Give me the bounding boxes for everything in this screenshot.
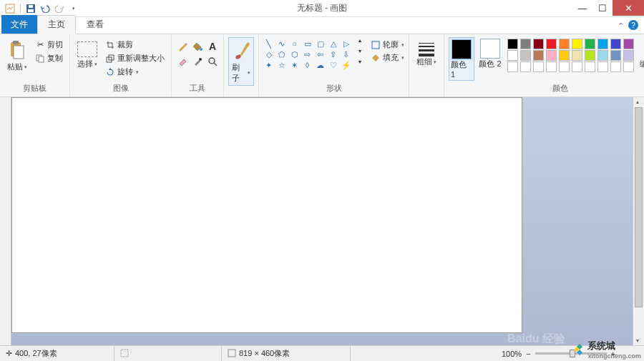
shape-callout-icon[interactable]: ◊ bbox=[302, 60, 313, 70]
color-swatch-28[interactable] bbox=[610, 61, 621, 72]
color-swatch-5[interactable] bbox=[572, 39, 582, 49]
eraser-icon[interactable] bbox=[176, 55, 189, 68]
size-button[interactable]: 粗细▾ bbox=[414, 37, 439, 69]
canvas-viewport[interactable] bbox=[11, 97, 633, 345]
color-swatch-17[interactable] bbox=[597, 50, 608, 61]
redo-icon[interactable] bbox=[54, 3, 65, 14]
shape-rect-icon[interactable]: ▭ bbox=[302, 39, 313, 49]
shape-arrow-l-icon[interactable]: ⇦ bbox=[315, 49, 326, 59]
color-swatch-12[interactable] bbox=[533, 50, 544, 61]
color-swatch-23[interactable] bbox=[546, 61, 557, 72]
scroll-up-icon[interactable]: ▴ bbox=[636, 99, 639, 105]
fill-icon[interactable] bbox=[191, 40, 204, 53]
text-icon[interactable]: A bbox=[206, 40, 219, 53]
cut-button[interactable]: ✂剪切 bbox=[33, 39, 65, 51]
canvas[interactable] bbox=[11, 97, 522, 333]
edit-colors-button[interactable]: 编辑颜色 bbox=[640, 37, 644, 69]
magnifier-icon[interactable] bbox=[206, 55, 219, 68]
shape-star6-icon[interactable]: ✶ bbox=[289, 60, 301, 70]
watermark-logo-icon bbox=[573, 343, 586, 356]
shape-heart-icon[interactable]: ♡ bbox=[328, 60, 339, 70]
color-swatch-7[interactable] bbox=[597, 39, 608, 49]
collapse-ribbon-icon[interactable]: ⌃ bbox=[618, 21, 624, 31]
watermark: 系统城xitongcheng.com bbox=[573, 340, 641, 360]
shapes-more-icon[interactable]: ▾ bbox=[358, 59, 361, 65]
pencil-icon[interactable] bbox=[176, 40, 189, 53]
color-swatch-0[interactable] bbox=[507, 39, 518, 49]
shapes-gallery[interactable]: ╲ ∿ ○ ▭ ▢ △ ▷ ◇ ⬠ ⬡ ⇨ ⇦ ⇧ ⇩ ✦ ☆ ✶ ◊ ☁ ♡ bbox=[262, 37, 354, 71]
color-swatch-1[interactable] bbox=[520, 39, 531, 49]
shape-star5-icon[interactable]: ☆ bbox=[276, 60, 288, 70]
color-swatch-14[interactable] bbox=[559, 50, 570, 61]
zoom-out-button[interactable]: − bbox=[526, 350, 530, 358]
shape-polygon-icon[interactable]: △ bbox=[328, 39, 339, 49]
color-swatch-10[interactable] bbox=[507, 50, 518, 61]
color-swatch-13[interactable] bbox=[546, 50, 557, 61]
color-swatch-6[interactable] bbox=[585, 39, 595, 49]
tab-home[interactable]: 主页 bbox=[37, 15, 76, 34]
svg-rect-5 bbox=[14, 46, 24, 59]
resize-button[interactable]: 重新调整大小 bbox=[103, 52, 167, 64]
select-icon bbox=[77, 41, 97, 57]
color-swatch-16[interactable] bbox=[585, 50, 595, 61]
color-swatch-9[interactable] bbox=[623, 39, 634, 49]
scroll-thumb[interactable] bbox=[635, 107, 643, 307]
color-swatch-24[interactable] bbox=[559, 61, 570, 72]
shape-oval-icon[interactable]: ○ bbox=[289, 39, 301, 49]
shape-line-icon[interactable]: ╲ bbox=[263, 39, 275, 49]
minimize-button[interactable]: — bbox=[572, 0, 592, 16]
shape-fill-button[interactable]: 填充▾ bbox=[369, 51, 406, 64]
maximize-button[interactable]: ☐ bbox=[592, 0, 613, 16]
brushes-button[interactable]: 刷子▾ bbox=[228, 37, 254, 86]
select-button[interactable]: 选择▾ bbox=[74, 37, 100, 71]
rotate-icon bbox=[105, 67, 115, 77]
shape-roundrect-icon[interactable]: ▢ bbox=[315, 39, 326, 49]
shape-hexagon-icon[interactable]: ⬡ bbox=[289, 49, 301, 59]
color-swatch-4[interactable] bbox=[559, 39, 570, 49]
color-swatch-19[interactable] bbox=[623, 50, 634, 61]
svg-rect-14 bbox=[372, 41, 379, 49]
shapes-scroll-up-icon[interactable]: ▴ bbox=[358, 37, 361, 44]
shape-arrow-r-icon[interactable]: ⇨ bbox=[302, 49, 313, 59]
shape-cloud-icon[interactable]: ☁ bbox=[315, 60, 326, 70]
shape-lightning-icon[interactable]: ⚡ bbox=[341, 60, 352, 70]
color-picker-icon[interactable] bbox=[191, 55, 204, 68]
color-swatch-22[interactable] bbox=[533, 61, 544, 72]
color-swatch-20[interactable] bbox=[507, 61, 518, 72]
color1-button[interactable]: 颜色 1 bbox=[449, 37, 474, 81]
color-swatch-8[interactable] bbox=[610, 39, 621, 49]
help-icon[interactable]: ? bbox=[628, 20, 638, 30]
color-swatch-21[interactable] bbox=[520, 61, 531, 72]
shape-arrow-u-icon[interactable]: ⇧ bbox=[328, 49, 339, 59]
shape-triangle-icon[interactable]: ▷ bbox=[341, 39, 352, 49]
shape-diamond-icon[interactable]: ◇ bbox=[263, 49, 275, 59]
color-swatch-26[interactable] bbox=[585, 61, 595, 72]
rotate-button[interactable]: 旋转▾ bbox=[103, 66, 167, 78]
shapes-scroll-down-icon[interactable]: ▾ bbox=[358, 48, 361, 54]
close-button[interactable]: ✕ bbox=[613, 0, 644, 16]
color-swatch-25[interactable] bbox=[572, 61, 582, 72]
shape-star4-icon[interactable]: ✦ bbox=[263, 60, 275, 70]
tab-view[interactable]: 查看 bbox=[76, 15, 114, 34]
save-icon[interactable] bbox=[25, 3, 36, 14]
qat-dropdown-icon[interactable]: ▾ bbox=[68, 3, 79, 14]
crop-button[interactable]: 裁剪 bbox=[103, 39, 167, 51]
tab-file[interactable]: 文件 bbox=[1, 15, 37, 34]
color-swatch-3[interactable] bbox=[546, 39, 557, 49]
color-swatch-18[interactable] bbox=[610, 50, 621, 61]
paste-button[interactable]: 粘贴▾ bbox=[4, 37, 30, 74]
group-clipboard: 粘贴▾ ✂剪切 复制 剪贴板 bbox=[0, 34, 70, 97]
color-swatch-27[interactable] bbox=[597, 61, 608, 72]
shape-arrow-d-icon[interactable]: ⇩ bbox=[341, 49, 352, 59]
color-swatch-11[interactable] bbox=[520, 50, 531, 61]
shape-outline-button[interactable]: 轮廓▾ bbox=[369, 39, 406, 51]
shape-curve-icon[interactable]: ∿ bbox=[276, 39, 288, 49]
scrollbar-vertical[interactable]: ▴ ▾ bbox=[633, 97, 644, 345]
copy-button[interactable]: 复制 bbox=[33, 52, 65, 64]
undo-icon[interactable] bbox=[39, 3, 51, 14]
color-swatch-29[interactable] bbox=[623, 61, 634, 72]
color-swatch-2[interactable] bbox=[533, 39, 544, 49]
color2-button[interactable]: 颜色 2 bbox=[477, 37, 503, 71]
shape-pentagon-icon[interactable]: ⬠ bbox=[276, 49, 288, 59]
color-swatch-15[interactable] bbox=[572, 50, 582, 61]
